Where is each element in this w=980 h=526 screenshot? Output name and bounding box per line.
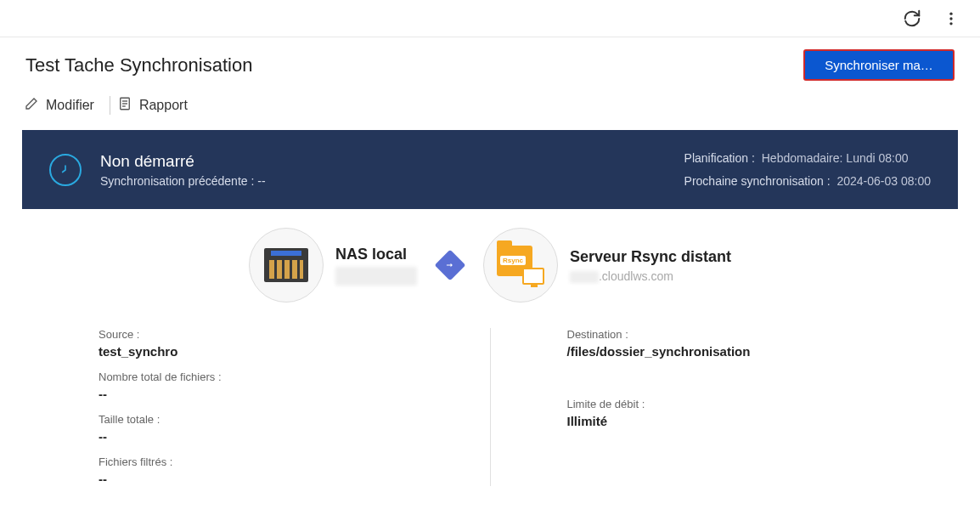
status-title: Non démarré (100, 152, 266, 171)
top-toolbar (0, 0, 980, 37)
destination-label: Destination : (567, 328, 882, 341)
more-menu-icon[interactable] (939, 7, 963, 31)
rate-limit-value: Illimité (567, 414, 882, 428)
dest-endpoint: Rsync Serveur Rsync distant .cloudlws.co… (483, 228, 731, 303)
report-icon (117, 96, 132, 115)
source-value: test_synchro (99, 344, 414, 359)
destination-value: /files/dossier_synchronisation (567, 344, 882, 359)
dest-host-masked (570, 271, 599, 283)
total-size-label: Taille totale : (99, 413, 414, 426)
action-separator (110, 96, 110, 115)
rate-limit-label: Limite de débit : (567, 398, 882, 410)
total-size-value: -- (99, 429, 414, 444)
dest-host-suffix: .cloudlws.com (599, 269, 673, 283)
status-left: Non démarré Synchronisation précédente :… (49, 152, 266, 188)
planning-label: Planification : (684, 151, 755, 165)
modify-label: Modifier (46, 98, 94, 113)
actions-row: Modifier Rapport (0, 88, 980, 130)
synchronize-button[interactable]: Synchroniser ma… (803, 49, 955, 81)
source-label: Source : (99, 328, 414, 341)
page-title: Test Tache Synchronisation (25, 54, 252, 76)
endpoints-row: NAS local Rsync Serveur Rsync distant .c (0, 209, 980, 311)
filtered-files-value: -- (99, 472, 414, 486)
filtered-files-label: Fichiers filtrés : (99, 455, 414, 468)
edit-icon (24, 96, 39, 115)
total-files-label: Nombre total de fichiers : (99, 370, 414, 383)
status-right: Planification : Hebdomadaire: Lundi 08:0… (684, 147, 931, 192)
svg-point-2 (949, 22, 952, 25)
details-left-column: Source : test_synchro Nombre total de fi… (22, 328, 491, 486)
dest-title: Serveur Rsync distant (570, 248, 731, 266)
total-files-value: -- (99, 387, 414, 401)
next-sync-label: Prochaine synchronisation : (684, 174, 831, 188)
header-row: Test Tache Synchronisation Synchroniser … (0, 37, 980, 88)
direction-arrow-icon (439, 254, 461, 276)
status-banner: Non démarré Synchronisation précédente :… (22, 130, 958, 209)
planning-value: Hebdomadaire: Lundi 08:00 (762, 151, 909, 165)
svg-point-0 (949, 12, 952, 14)
report-label: Rapport (139, 98, 188, 113)
previous-sync-line: Synchronisation précédente : -- (100, 174, 266, 188)
previous-sync-value: -- (257, 174, 265, 188)
nas-icon (249, 228, 324, 303)
details-section: Source : test_synchro Nombre total de fi… (0, 311, 980, 503)
dest-host: .cloudlws.com (570, 269, 731, 283)
rsync-server-icon: Rsync (483, 228, 558, 303)
source-host (335, 267, 417, 286)
next-sync-value: 2024-06-03 08:00 (836, 174, 931, 188)
svg-point-1 (949, 17, 952, 20)
modify-action[interactable]: Modifier (20, 93, 106, 118)
refresh-icon[interactable] (900, 7, 924, 31)
report-action[interactable]: Rapport (114, 93, 200, 118)
source-host-masked (335, 267, 417, 286)
rsync-tag: Rsync (500, 256, 526, 265)
clock-icon (49, 154, 82, 186)
source-endpoint: NAS local (249, 228, 417, 303)
details-right-column: Destination : /files/dossier_synchronisa… (491, 328, 959, 486)
previous-sync-label: Synchronisation précédente : (100, 174, 254, 188)
source-title: NAS local (335, 246, 417, 263)
